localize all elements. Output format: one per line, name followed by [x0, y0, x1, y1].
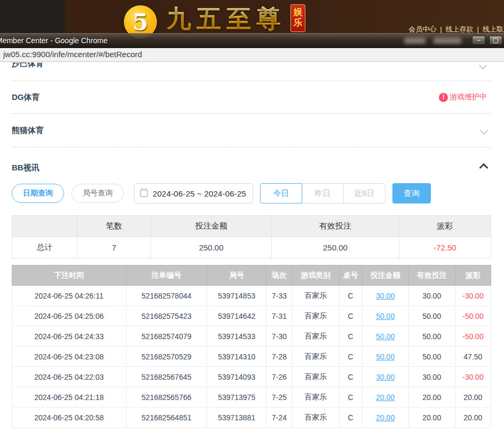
maintenance-badge: ! 游戏维护中: [439, 92, 487, 102]
bet-record-row: 2024-06-25 04:26:11521682578044539714853…: [12, 286, 491, 306]
bet-amount-link[interactable]: 30.00: [376, 292, 395, 300]
section-title: 沙巴体育: [12, 62, 44, 69]
cell-bet-time: 2024-06-25 04:23:08: [12, 347, 127, 367]
cell-session: 7-33: [266, 286, 292, 306]
screen: 5 九五至尊 娱 乐 会员中心|线上存款|线上取款 Member Center …: [0, 0, 504, 439]
summary-count: 7: [77, 237, 151, 258]
bet-header: 游戏类别: [292, 265, 339, 286]
bet-amount-link[interactable]: 20.00: [376, 413, 395, 422]
bet-record-row: 2024-06-25 04:25:06521682575423539714642…: [12, 306, 491, 326]
cell-bet-amount: 20.00: [362, 407, 408, 428]
filter-toolbar: 日期查询 局号查询 2024-06-25 ~ 2024-06-25 今日 昨日 …: [12, 183, 491, 203]
bet-amount-link[interactable]: 50.00: [376, 352, 395, 361]
cell-valid-bet: 30.00: [408, 286, 455, 306]
logo-badge: 娱 乐: [290, 4, 305, 32]
date-range-input[interactable]: 2024-06-25 ~ 2024-06-25: [134, 183, 253, 203]
cell-table-id: C: [339, 387, 362, 407]
cell-bet-time: 2024-06-25 04:25:06: [12, 306, 127, 326]
cell-round-id: 539714853: [207, 286, 266, 306]
bet-record-row: 2024-06-25 04:20:58521682564851539713881…: [12, 407, 491, 428]
section-dg-sports[interactable]: DG体育 ! 游戏维护中: [12, 81, 491, 114]
cell-session: 7-26: [266, 367, 292, 387]
bet-header: 局号: [207, 265, 266, 286]
quick-8days-button[interactable]: 近8日: [343, 183, 385, 203]
cell-bet-time: 2024-06-25 04:21:18: [12, 387, 127, 407]
nav-deposit-link[interactable]: 线上存款: [446, 25, 474, 33]
cell-ticket-id: 521682574079: [126, 326, 207, 347]
cell-table-id: C: [339, 286, 362, 306]
section-title: DG体育: [12, 92, 40, 103]
summary-header: [12, 216, 77, 237]
cell-round-id: 539714642: [207, 306, 266, 326]
logo-badge-char: 娱: [294, 7, 303, 18]
bet-table-header-row: 下注时间 注单编号 局号 场次 游戏类别 桌号 投注金额 有效投注 派彩: [12, 265, 491, 286]
cell-bet-amount: 50.00: [362, 347, 408, 367]
cell-round-id: 539713975: [207, 387, 266, 407]
maximize-button[interactable]: ▢: [489, 36, 502, 45]
summary-header: 投注金额: [151, 216, 272, 237]
bet-header: 注单编号: [126, 265, 207, 286]
cell-ticket-id: 521682575423: [126, 306, 207, 326]
section-panda-sports[interactable]: 熊猫体育: [12, 114, 491, 147]
bet-amount-link[interactable]: 20.00: [376, 393, 395, 402]
cell-session: 7-25: [266, 387, 292, 407]
cell-valid-bet: 50.00: [408, 326, 455, 347]
cell-bet-amount: 20.00: [362, 387, 408, 407]
nav-separator: |: [440, 25, 442, 33]
summary-valid-bet: 250.00: [272, 237, 399, 258]
search-button[interactable]: 查询: [392, 183, 431, 203]
cell-table-id: C: [339, 367, 362, 387]
cell-payout: 20.00: [455, 407, 491, 428]
cell-valid-bet: 50.00: [408, 306, 455, 326]
bet-amount-link[interactable]: 50.00: [376, 332, 395, 341]
url-text: jw05.cc:9900/infe/mcenter/#/betRecord: [3, 50, 142, 59]
cell-game-type: 百家乐: [292, 286, 339, 306]
cell-round-id: 539714310: [207, 347, 266, 367]
bet-header: 桌号: [339, 265, 362, 286]
cell-bet-time: 2024-06-25 04:20:58: [12, 407, 127, 428]
cell-round-id: 539714533: [207, 326, 266, 347]
cell-session: 7-30: [266, 326, 292, 347]
summary-header: 有效投注: [272, 216, 399, 237]
cell-payout: 47.50: [455, 347, 491, 367]
browser-titlebar[interactable]: Member Center - Google Chrome – ▢ ×: [0, 33, 504, 48]
nav-member-center-link[interactable]: 会员中心: [408, 25, 436, 33]
bet-header: 有效投注: [408, 265, 455, 286]
quick-yesterday-button[interactable]: 昨日: [302, 183, 344, 203]
page-content: 沙巴体育 DG体育 ! 游戏维护中 熊猫体育 BB视讯 日期查询 局号查询: [0, 62, 504, 439]
cell-game-type: 百家乐: [292, 326, 339, 347]
cell-game-type: 百家乐: [292, 407, 339, 428]
cell-round-id: 539714093: [207, 367, 266, 387]
cell-valid-bet: 20.00: [408, 387, 455, 407]
cell-payout: -30.00: [455, 367, 491, 387]
cell-session: 7-28: [266, 347, 292, 367]
cell-session: 7-31: [266, 306, 292, 326]
section-title: BB视讯: [12, 163, 40, 173]
date-query-tab[interactable]: 日期查询: [12, 184, 64, 203]
cell-bet-time: 2024-06-25 04:26:11: [12, 286, 127, 306]
background-window-block: [0, 0, 65, 33]
cell-bet-amount: 30.00: [362, 367, 408, 387]
cell-game-type: 百家乐: [292, 306, 339, 326]
quick-today-button[interactable]: 今日: [260, 183, 302, 203]
nav-separator: |: [477, 25, 479, 33]
nav-withdraw-link[interactable]: 线上取款: [483, 25, 504, 33]
bet-amount-link[interactable]: 50.00: [376, 312, 395, 320]
section-bb-video[interactable]: BB视讯: [12, 147, 491, 176]
minimize-button[interactable]: –: [472, 36, 485, 45]
section-shaba-sports[interactable]: 沙巴体育: [12, 62, 491, 81]
browser-urlbar[interactable]: jw05.cc:9900/infe/mcenter/#/betRecord: [0, 48, 504, 62]
cell-round-id: 539713881: [207, 407, 266, 428]
bet-record-row: 2024-06-25 04:21:18521682565766539713975…: [12, 387, 491, 407]
round-query-tab[interactable]: 局号查询: [72, 184, 124, 203]
bet-amount-link[interactable]: 30.00: [376, 373, 395, 381]
chevron-down-icon: [480, 126, 489, 135]
bet-header: 场次: [266, 265, 292, 286]
cell-ticket-id: 521682567645: [126, 367, 207, 387]
maintenance-text: 游戏维护中: [450, 92, 487, 102]
logo-symbol: 5: [132, 9, 148, 35]
exclamation-icon: !: [439, 93, 448, 102]
cell-payout: -50.00: [455, 326, 491, 347]
summary-total-label: 总计: [12, 237, 77, 258]
cell-bet-time: 2024-06-25 04:24:33: [12, 326, 127, 347]
